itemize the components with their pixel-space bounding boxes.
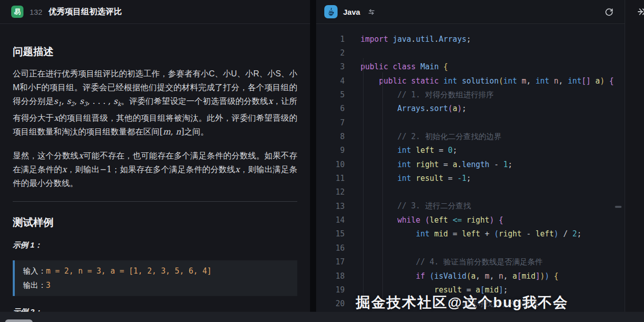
input-value: m = 2, n = 3, a = [1, 2, 3, 5, 6, 4] — [46, 266, 212, 276]
line-number: 14 — [316, 216, 345, 225]
problem-panel: 易 132 优秀项目组初选评比 问题描述 公司正在进行优秀项目组评比的初选工作，… — [0, 0, 310, 312]
text-run: 显然，这个分数线 — [13, 151, 79, 160]
line-number: 13 — [316, 202, 345, 211]
output-value: 3 — [46, 281, 50, 290]
code-line[interactable]: 6 Arrays.sort(a); — [316, 102, 625, 116]
math-run: 2 — [71, 101, 74, 108]
math-run: s — [67, 96, 71, 106]
code-line[interactable]: 5 // 1. 对得分数组进行排序 — [316, 88, 625, 101]
line-number: 7 — [316, 118, 345, 127]
code-editor[interactable]: 1import java.util.Arrays;23public class … — [316, 24, 625, 312]
editor-panel: Java 1import java.util.Arrays;23public c… — [316, 0, 644, 312]
math-run: , — [170, 127, 175, 137]
code-text: int result = -1; — [360, 174, 471, 183]
line-number: 12 — [316, 187, 345, 197]
math-run: n — [176, 127, 181, 137]
code-text: public static int solution(int m, int n,… — [360, 76, 614, 86]
code-line[interactable]: 17 // 4. 验证当前分数线是否满足条件 — [316, 255, 625, 269]
code-line[interactable]: 8 // 2. 初始化二分查找的边界 — [316, 129, 625, 143]
code-line[interactable]: 16 — [316, 241, 625, 255]
code-line[interactable]: 2 — [316, 46, 625, 60]
code-text: int mid = left + (right - left) / 2; — [360, 229, 582, 238]
section-title-examples: 测试样例 — [13, 215, 297, 229]
code-line[interactable]: 9 int left = 0; — [316, 144, 625, 157]
code-text: int right = a.length - 1; — [360, 160, 512, 169]
math-run: , . . . , — [87, 96, 113, 106]
difficulty-badge: 易 — [11, 6, 23, 18]
sidebar-toggle-icon[interactable] — [636, 6, 644, 17]
line-number: 18 — [316, 272, 345, 281]
problem-content[interactable]: 问题描述 公司正在进行优秀项目组评比的初选工作，参赛者有小C、小U、小R、小S、… — [0, 44, 310, 312]
line-number: 1 — [316, 35, 345, 44]
editor-toolbar: Java — [316, 0, 644, 24]
input-label: 输入： — [23, 266, 46, 276]
code-text: // 2. 初始化二分查找的边界 — [360, 132, 501, 142]
problem-header: 易 132 优秀项目组初选评比 — [0, 0, 310, 24]
math-run: x — [62, 165, 67, 174]
refresh-icon[interactable] — [604, 7, 614, 17]
example-1-label: 示例 1： — [13, 240, 297, 250]
code-line[interactable]: 14 while (left <= right) { — [316, 213, 625, 227]
watermark-text: 掘金技术社区@这个bug我不会 — [356, 293, 569, 312]
math-run: m — [163, 127, 170, 137]
line-number: 10 — [316, 160, 345, 169]
math-run: x — [79, 151, 83, 160]
math-run: , — [61, 96, 66, 106]
line-number: 20 — [316, 299, 345, 308]
output-label: 输出： — [23, 281, 46, 290]
math-run: x — [54, 113, 59, 123]
code-line[interactable]: 7 — [316, 116, 625, 129]
code-line[interactable]: 12 — [316, 185, 625, 199]
math-run: , — [74, 96, 80, 106]
code-line[interactable]: 1import java.util.Arrays; — [316, 32, 625, 46]
line-number: 2 — [316, 48, 345, 58]
code-text: // 3. 进行二分查找 — [360, 201, 471, 211]
example-1-block: 输入：m = 2, n = 3, a = [1, 2, 3, 5, 6, 4] … — [13, 260, 297, 296]
text-run: ；如果存在多个满足条件的分数线 — [112, 165, 235, 174]
bottom-bar — [0, 312, 644, 322]
section-divider — [13, 201, 297, 202]
code-text: if (isValid(a, m, n, a[mid])) { — [360, 272, 558, 281]
line-number: 5 — [316, 90, 345, 99]
bottom-bar-button[interactable] — [5, 319, 33, 322]
java-logo-icon — [324, 5, 338, 18]
example-output-row: 输出：3 — [23, 278, 289, 292]
code-line[interactable]: 4 public static int solution(int m, int … — [316, 74, 625, 88]
line-number: 8 — [316, 132, 345, 141]
line-number: 19 — [316, 285, 345, 294]
code-line[interactable]: 15 int mid = left + (right - left) / 2; — [316, 227, 625, 241]
code-text: // 4. 验证当前分数线是否满足条件 — [360, 257, 543, 267]
example-input-row: 输入：m = 2, n = 3, a = [1, 2, 3, 5, 6, 4] — [23, 264, 289, 278]
language-selector[interactable]: Java — [343, 8, 360, 16]
editor-scrollbar[interactable] — [615, 206, 622, 208]
section-title-description: 问题描述 — [13, 44, 297, 59]
problem-paragraph-2: 显然，这个分数线x可能不存在，也可能存在多个满足条件的分数线。如果不存在满足条件… — [13, 149, 297, 190]
code-text: import java.util.Arrays; — [360, 35, 471, 44]
code-text: public class Main { — [360, 62, 448, 71]
code-line[interactable]: 3public class Main { — [316, 60, 625, 74]
math-run: s — [113, 96, 117, 106]
line-number: 3 — [316, 62, 345, 71]
line-number: 17 — [316, 257, 345, 266]
code-text: int left = 0; — [360, 146, 457, 155]
code-text: // 1. 对得分数组进行排序 — [360, 90, 494, 100]
code-line[interactable]: 11 int result = -1; — [316, 171, 625, 185]
code-line[interactable]: 13 // 3. 进行二分查找 — [316, 199, 625, 213]
example-2-label: 示例 2： — [13, 307, 297, 312]
language-swap-icon[interactable] — [367, 8, 376, 16]
problem-id: 132 — [30, 8, 42, 16]
problem-paragraph-1: 公司正在进行优秀项目组评比的初选工作，参赛者有小C、小U、小R、小S、小M和小F… — [13, 67, 297, 139]
line-number: 11 — [316, 174, 345, 183]
right-sidebar — [625, 0, 644, 312]
line-number: 6 — [316, 104, 345, 113]
line-number: 4 — [316, 76, 345, 86]
text-run: 之间。 — [184, 127, 209, 136]
problem-title: 优秀项目组初选评比 — [48, 7, 122, 17]
line-number: 9 — [316, 146, 345, 155]
code-line[interactable]: 10 int right = a.length - 1; — [316, 157, 625, 171]
code-text: while (left <= right) { — [360, 216, 503, 225]
math-run: −1 — [100, 165, 112, 174]
line-number: 15 — [316, 229, 345, 238]
code-text: Arrays.sort(a); — [360, 104, 467, 113]
code-line[interactable]: 18 if (isValid(a, m, n, a[mid])) { — [316, 269, 625, 283]
